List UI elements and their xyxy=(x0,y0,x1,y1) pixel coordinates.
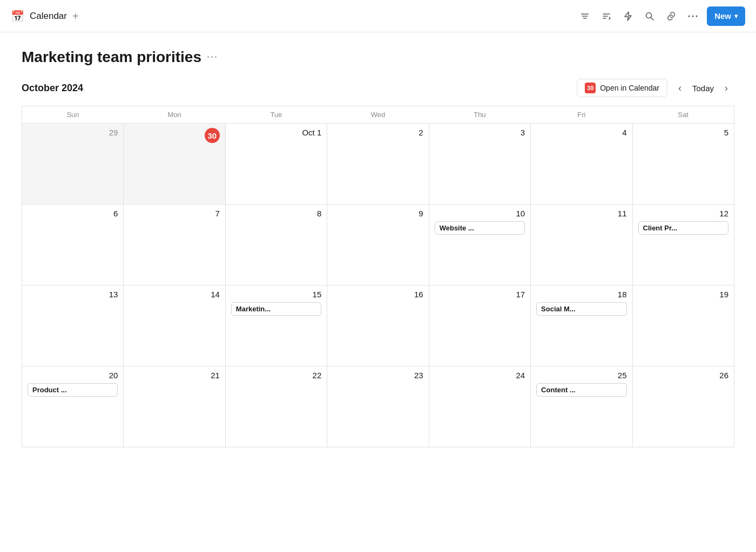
day-number-1-1: 7 xyxy=(129,209,219,218)
day-number-0-6: 5 xyxy=(638,128,728,137)
calendar-cell-2-6[interactable]: 19 xyxy=(632,285,734,366)
header-thu: Thu xyxy=(429,106,530,124)
header-mon: Mon xyxy=(124,106,225,124)
calendar-cell-0-4[interactable]: 3 xyxy=(429,124,530,205)
svg-line-4 xyxy=(651,17,654,20)
day-number-2-1: 14 xyxy=(129,290,219,299)
day-number-0-5: 4 xyxy=(536,128,626,137)
day-number-0-1: 30 xyxy=(205,128,220,143)
day-number-0-0: 29 xyxy=(28,128,118,137)
calendar-cell-1-2[interactable]: 8 xyxy=(225,205,327,285)
day-number-3-5: 25 xyxy=(536,371,626,380)
event-pill-3-0-0[interactable]: Product ... xyxy=(28,383,118,397)
svg-point-5 xyxy=(688,15,690,17)
day-number-1-0: 6 xyxy=(28,209,118,218)
day-number-1-3: 9 xyxy=(333,209,423,218)
topbar-right: New ▾ xyxy=(577,6,745,26)
day-number-2-2: 15 xyxy=(231,290,321,299)
calendar-cell-0-5[interactable]: 4 xyxy=(531,124,632,205)
calendar-cell-2-1[interactable]: 14 xyxy=(124,285,225,366)
day-number-2-0: 13 xyxy=(28,290,118,299)
calendar-cell-1-1[interactable]: 7 xyxy=(124,205,225,285)
calendar-cell-3-2[interactable]: 22 xyxy=(225,366,327,447)
calendar-icon: 📅 xyxy=(11,10,24,23)
day-number-0-2: Oct 1 xyxy=(231,128,321,137)
calendar-row-1: 678910Website ...1112Client Pr... xyxy=(22,205,734,285)
header-wed: Wed xyxy=(327,106,429,124)
day-number-2-4: 17 xyxy=(435,290,525,299)
calendar-cell-1-3[interactable]: 9 xyxy=(327,205,429,285)
calendar-cell-3-4[interactable]: 24 xyxy=(429,366,530,447)
calendar-cell-3-1[interactable]: 21 xyxy=(124,366,225,447)
day-number-3-4: 24 xyxy=(435,371,525,380)
topbar: 📅 Calendar + xyxy=(0,0,756,32)
calendar-cell-2-2[interactable]: 15Marketin... xyxy=(225,285,327,366)
calendar-cell-0-6[interactable]: 5 xyxy=(632,124,734,205)
calendar-cell-0-2[interactable]: Oct 1 xyxy=(225,124,327,205)
new-chevron-icon: ▾ xyxy=(734,12,738,20)
topbar-left: 📅 Calendar + xyxy=(11,10,566,23)
calendar-cell-3-0[interactable]: 20Product ... xyxy=(22,366,124,447)
automation-icon-button[interactable] xyxy=(620,9,636,24)
prev-month-button[interactable]: ‹ xyxy=(672,80,688,96)
next-month-button[interactable]: › xyxy=(718,80,734,96)
page-title-more-button[interactable]: ··· xyxy=(207,52,218,63)
event-pill-3-5-0[interactable]: Content ... xyxy=(536,383,626,397)
day-number-2-3: 16 xyxy=(333,290,423,299)
new-button[interactable]: New ▾ xyxy=(707,6,745,26)
calendar-cell-0-3[interactable]: 2 xyxy=(327,124,429,205)
day-number-3-1: 21 xyxy=(129,371,219,380)
calendar-cell-1-6[interactable]: 12Client Pr... xyxy=(632,205,734,285)
calendar-cell-1-4[interactable]: 10Website ... xyxy=(429,205,530,285)
svg-point-7 xyxy=(696,15,698,17)
calendar-cell-2-4[interactable]: 17 xyxy=(429,285,530,366)
topbar-title: Calendar xyxy=(30,11,67,22)
header-sat: Sat xyxy=(632,106,734,124)
event-pill-1-4-0[interactable]: Website ... xyxy=(435,221,525,235)
calendar-month-label: October 2024 xyxy=(22,83,83,94)
calendar-cell-1-5[interactable]: 11 xyxy=(531,205,632,285)
header-fri: Fri xyxy=(531,106,632,124)
calendar-app-icon: 30 xyxy=(585,83,596,93)
day-number-0-4: 3 xyxy=(435,128,525,137)
link-icon-button[interactable] xyxy=(664,9,679,24)
calendar-nav: 30 Open in Calendar ‹ Today › xyxy=(577,79,734,97)
day-number-1-6: 12 xyxy=(638,209,728,218)
calendar-cell-2-3[interactable]: 16 xyxy=(327,285,429,366)
today-button[interactable]: Today xyxy=(692,84,714,93)
page-title-area: Marketing team priorities ··· xyxy=(22,49,734,66)
event-pill-1-6-0[interactable]: Client Pr... xyxy=(638,221,728,235)
calendar-cell-0-0[interactable]: 29 xyxy=(22,124,124,205)
svg-point-6 xyxy=(692,15,694,17)
event-pill-2-5-0[interactable]: Social M... xyxy=(536,302,626,316)
search-icon-button[interactable] xyxy=(642,9,657,24)
day-number-1-2: 8 xyxy=(231,209,321,218)
calendar-row-2: 131415Marketin...161718Social M...19 xyxy=(22,285,734,366)
calendar-cell-3-6[interactable]: 26 xyxy=(632,366,734,447)
header-tue: Tue xyxy=(225,106,327,124)
more-icon-button[interactable] xyxy=(685,9,700,24)
calendar-header-row: Sun Mon Tue Wed Thu Fri Sat xyxy=(22,106,734,124)
filter-icon-button[interactable] xyxy=(577,9,592,24)
day-number-3-6: 26 xyxy=(638,371,728,380)
day-number-1-5: 11 xyxy=(536,209,626,218)
calendar-grid: Sun Mon Tue Wed Thu Fri Sat 2930Oct 1234… xyxy=(22,106,734,447)
day-number-3-3: 23 xyxy=(333,371,423,380)
day-number-1-4: 10 xyxy=(435,209,525,218)
day-number-3-2: 22 xyxy=(231,371,321,380)
calendar-cell-0-1[interactable]: 30 xyxy=(124,124,225,205)
day-number-2-6: 19 xyxy=(638,290,728,299)
sort-icon-button[interactable] xyxy=(599,9,614,24)
calendar-header: October 2024 30 Open in Calendar ‹ Today… xyxy=(22,79,734,97)
calendar-cell-3-3[interactable]: 23 xyxy=(327,366,429,447)
calendar-cell-2-0[interactable]: 13 xyxy=(22,285,124,366)
calendar-cell-1-0[interactable]: 6 xyxy=(22,205,124,285)
day-number-2-5: 18 xyxy=(536,290,626,299)
calendar-row-3: 20Product ...2122232425Content ...26 xyxy=(22,366,734,447)
calendar-cell-2-5[interactable]: 18Social M... xyxy=(531,285,632,366)
add-view-button[interactable]: + xyxy=(72,11,79,22)
open-in-calendar-button[interactable]: 30 Open in Calendar xyxy=(577,79,667,97)
event-pill-2-2-0[interactable]: Marketin... xyxy=(231,302,321,316)
calendar-cell-3-5[interactable]: 25Content ... xyxy=(531,366,632,447)
page-content: Marketing team priorities ··· October 20… xyxy=(0,32,756,447)
